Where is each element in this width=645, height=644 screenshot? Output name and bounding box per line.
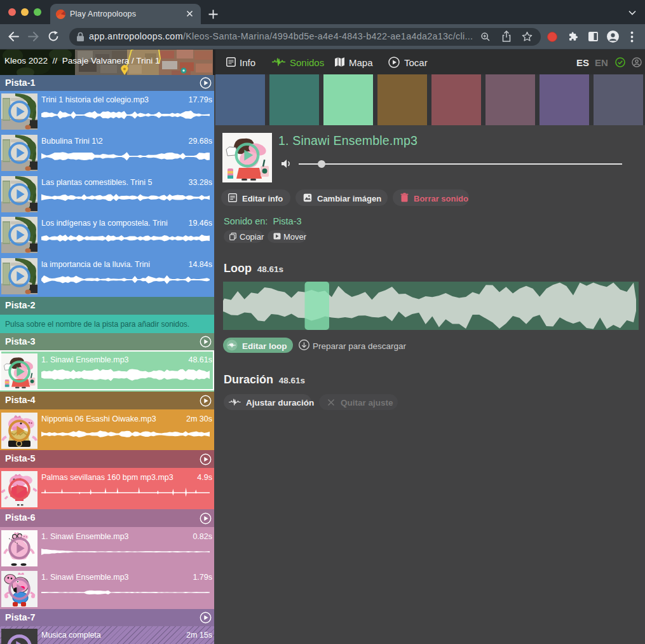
svg-text:Kleos 2022 // Pasaje Valvane: Kleos 2022 // Pasaje Valvanera / Trini 1 <box>4 56 160 65</box>
